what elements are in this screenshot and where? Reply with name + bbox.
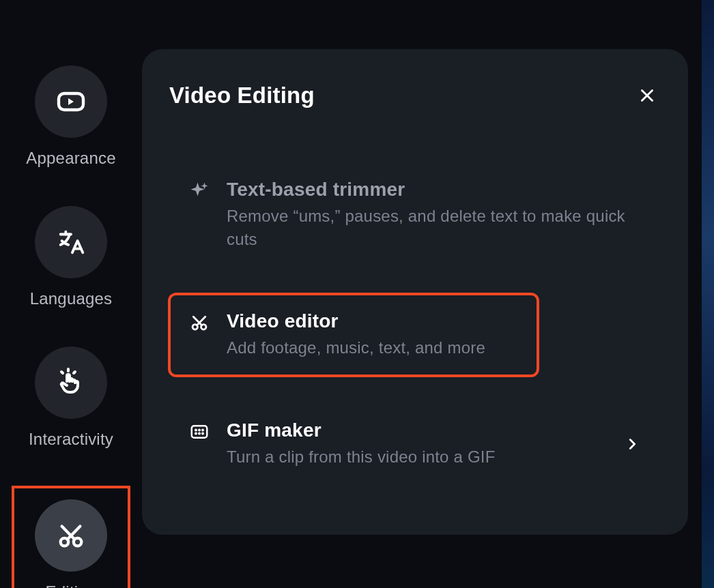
app-shell: Appearance Languages xyxy=(0,0,702,588)
svg-line-4 xyxy=(74,372,75,373)
option-text-based-trimmer[interactable]: Text-based trimmer Remove “ums,” pauses,… xyxy=(169,162,661,267)
sidebar-item-label: Interactivity xyxy=(29,430,113,449)
option-desc: Turn a clip from this video into a GIF xyxy=(227,445,606,469)
sidebar-item-interactivity[interactable]: Interactivity xyxy=(13,347,129,449)
panel-header: Video Editing xyxy=(169,82,661,109)
option-title: GIF maker xyxy=(227,420,606,441)
sidebar-item-label: Editing xyxy=(46,583,97,588)
option-title: Text-based trimmer xyxy=(227,179,642,201)
option-video-editor[interactable]: Video editor Add footage, music, text, a… xyxy=(169,294,538,376)
option-gif-maker[interactable]: GIF maker Turn a clip from this video in… xyxy=(169,403,661,485)
option-text: Video editor Add footage, music, text, a… xyxy=(227,310,519,359)
sidebar: Appearance Languages xyxy=(0,0,142,588)
sidebar-item-languages[interactable]: Languages xyxy=(13,206,129,308)
svg-line-2 xyxy=(61,372,63,373)
appearance-icon xyxy=(35,65,107,138)
svg-rect-15 xyxy=(192,426,208,438)
option-text: Text-based trimmer Remove “ums,” pauses,… xyxy=(227,179,642,250)
close-icon xyxy=(638,87,656,104)
scissors-icon xyxy=(188,312,210,334)
sidebar-item-appearance[interactable]: Appearance xyxy=(13,65,129,168)
panel-title: Video Editing xyxy=(169,83,315,108)
option-text: GIF maker Turn a clip from this video in… xyxy=(227,420,606,469)
gif-icon xyxy=(188,421,210,443)
option-desc: Remove “ums,” pauses, and delete text to… xyxy=(227,205,642,250)
option-list: Text-based trimmer Remove “ums,” pauses,… xyxy=(169,162,661,484)
svg-point-17 xyxy=(199,430,200,431)
languages-icon xyxy=(35,206,107,278)
sidebar-item-label: Appearance xyxy=(26,149,115,168)
svg-point-21 xyxy=(202,433,203,435)
video-editing-panel: Video Editing Text-based trimmer xyxy=(142,49,688,535)
option-title: Video editor xyxy=(227,310,519,332)
sparkle-icon xyxy=(188,180,210,202)
editing-icon xyxy=(35,499,107,572)
svg-point-19 xyxy=(195,433,197,435)
svg-point-20 xyxy=(199,433,200,435)
close-button[interactable] xyxy=(633,82,661,109)
background-strip xyxy=(702,0,714,588)
sidebar-item-label: Languages xyxy=(30,289,113,308)
svg-marker-1 xyxy=(68,98,74,105)
svg-point-18 xyxy=(202,430,203,431)
interactivity-icon xyxy=(35,347,107,419)
chevron-right-icon xyxy=(623,435,642,454)
svg-point-16 xyxy=(195,430,197,431)
sidebar-item-editing[interactable]: Editing xyxy=(13,487,129,588)
option-desc: Add footage, music, text, and more xyxy=(227,336,519,359)
